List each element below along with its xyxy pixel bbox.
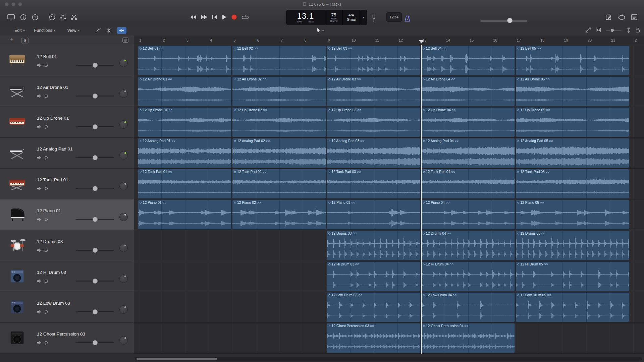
audio-region[interactable]: ◇12 Up Drone 01OO bbox=[138, 107, 231, 137]
track-mute-icon[interactable] bbox=[37, 247, 41, 253]
fit-horizontal-icon[interactable] bbox=[596, 28, 601, 34]
count-in-button[interactable]: 1234 bbox=[386, 12, 402, 22]
track-pan-knob[interactable] bbox=[119, 151, 128, 160]
volume-thumb[interactable] bbox=[93, 248, 98, 253]
horizontal-scrollbar[interactable] bbox=[135, 357, 642, 361]
volume-thumb[interactable] bbox=[93, 309, 98, 314]
tuner-button[interactable] bbox=[372, 13, 376, 23]
track-pan-knob[interactable] bbox=[119, 89, 128, 98]
audio-region[interactable]: ◇12 Analog Pad 04OO bbox=[421, 138, 515, 168]
audio-region[interactable]: ◇12 Ghost Percussion 03OO bbox=[327, 323, 420, 353]
audio-region[interactable]: ◇12 Air Drone 02OO bbox=[232, 76, 326, 106]
volume-thumb[interactable] bbox=[93, 63, 98, 68]
track-pan-knob[interactable] bbox=[119, 213, 128, 221]
track-loop-icon[interactable] bbox=[44, 93, 48, 99]
track-header[interactable]: 12 Tank Pad 01 bbox=[0, 169, 134, 199]
lcd-display[interactable]: 13.1 BAR BEAT 75 KEEP TEMPO 4/4 Gmaj ▾ bbox=[286, 10, 367, 25]
go-to-beginning-button[interactable] bbox=[212, 12, 217, 22]
track-loop-icon[interactable] bbox=[44, 247, 48, 253]
track-header[interactable]: 12 Hi Drum 03 bbox=[0, 261, 134, 292]
track-volume-slider[interactable] bbox=[75, 124, 114, 129]
lcd-options-chevron-icon[interactable]: ▾ bbox=[360, 10, 367, 25]
volume-thumb[interactable] bbox=[93, 340, 98, 345]
smart-controls-button[interactable] bbox=[49, 12, 55, 22]
cycle-button[interactable] bbox=[241, 12, 249, 22]
pointer-tool-selector[interactable]: ▾ bbox=[317, 27, 324, 34]
audio-region[interactable]: ◇12 Tank Pad 02OO bbox=[232, 169, 326, 199]
track-header[interactable]: 12 Bell 01 bbox=[0, 45, 134, 76]
view-menu[interactable]: View▾ bbox=[67, 28, 79, 33]
quick-help-button[interactable]: ? bbox=[32, 12, 38, 22]
audio-region[interactable]: ◇12 Piano 03OO bbox=[327, 200, 420, 230]
track-pan-knob[interactable] bbox=[119, 182, 128, 190]
track-volume-slider[interactable] bbox=[75, 94, 114, 99]
audio-region[interactable]: ◇12 Drums 05OO bbox=[516, 231, 629, 260]
track-volume-slider[interactable] bbox=[75, 248, 114, 253]
audio-region[interactable]: ◇12 Drums 04OO bbox=[421, 231, 515, 260]
audio-region[interactable]: ◇12 Bell 01OO bbox=[138, 46, 231, 75]
track-mute-icon[interactable] bbox=[37, 278, 41, 284]
forward-button[interactable] bbox=[201, 12, 208, 22]
audio-region[interactable]: ◇12 Air Drone 05OO bbox=[516, 76, 629, 106]
track-pan-knob[interactable] bbox=[119, 59, 128, 67]
audio-region[interactable]: ◇12 Tank Pad 03OO bbox=[327, 169, 420, 199]
audio-region[interactable]: ◇12 Analog Pad 02OO bbox=[232, 138, 326, 168]
audio-region[interactable]: ◇12 Hi Drum 03OO bbox=[327, 261, 420, 291]
audio-region[interactable]: ◇12 Piano 02OO bbox=[232, 200, 326, 230]
track-volume-slider[interactable] bbox=[75, 340, 114, 345]
audio-region[interactable]: ◇12 Analog Pad 03OO bbox=[327, 138, 420, 168]
track-header[interactable]: 12 Ghost Percussion 03 bbox=[0, 323, 134, 354]
track-loop-icon[interactable] bbox=[44, 186, 48, 192]
solo-mode-button[interactable]: S bbox=[21, 37, 29, 44]
track-header-options-icon[interactable] bbox=[122, 38, 128, 44]
close-button[interactable] bbox=[5, 2, 9, 6]
audio-region[interactable]: ◇12 Air Drone 01OO bbox=[138, 76, 231, 106]
track-header[interactable]: 12 Drums 03 bbox=[0, 230, 134, 261]
play-button[interactable] bbox=[222, 12, 227, 22]
audio-region[interactable]: ◇12 Up Drone 03OO bbox=[327, 107, 420, 137]
track-loop-icon[interactable] bbox=[44, 340, 48, 346]
track-loop-icon[interactable] bbox=[44, 62, 48, 68]
zoom-to-fit-icon[interactable] bbox=[586, 27, 591, 34]
track-pan-knob[interactable] bbox=[119, 120, 128, 129]
catch-playhead-button[interactable] bbox=[117, 27, 126, 34]
editors-button[interactable] bbox=[71, 12, 77, 22]
track-volume-slider[interactable] bbox=[75, 217, 114, 222]
master-volume-slider[interactable] bbox=[480, 19, 527, 22]
track-pan-knob[interactable] bbox=[119, 305, 128, 314]
audio-region[interactable]: ◇12 Analog Pad 05OO bbox=[516, 138, 629, 168]
track-header[interactable]: 12 Air Drone 01 bbox=[0, 76, 134, 107]
automation-icon[interactable] bbox=[96, 28, 101, 33]
audio-region[interactable]: ◇12 Tank Pad 05OO bbox=[516, 169, 629, 199]
edit-menu[interactable]: Edit▾ bbox=[14, 28, 25, 33]
functions-menu[interactable]: Functions▾ bbox=[34, 28, 55, 33]
track-mute-icon[interactable] bbox=[37, 186, 41, 192]
track-volume-slider[interactable] bbox=[75, 186, 114, 191]
audio-region[interactable]: ◇12 Piano 01OO bbox=[138, 200, 231, 230]
track-loop-icon[interactable] bbox=[44, 217, 48, 223]
note-pads-button[interactable] bbox=[606, 12, 612, 22]
audio-region[interactable]: ◇12 Bell 04OO bbox=[421, 46, 515, 75]
track-mute-icon[interactable] bbox=[37, 309, 41, 315]
volume-thumb[interactable] bbox=[93, 217, 98, 222]
inspector-button[interactable]: i bbox=[20, 12, 26, 22]
audio-region[interactable]: ◇12 Hi Drum 05OO bbox=[516, 261, 629, 291]
audio-region[interactable]: ◇12 Drums 03OO bbox=[327, 231, 420, 260]
track-loop-icon[interactable] bbox=[44, 155, 48, 161]
audio-region[interactable]: ◇12 Up Drone 05OO bbox=[516, 107, 629, 137]
volume-thumb[interactable] bbox=[93, 124, 98, 129]
bar-ruler[interactable]: 1234567891011121314151617181920212 bbox=[134, 36, 644, 45]
track-volume-slider[interactable] bbox=[75, 155, 114, 160]
audio-region[interactable]: ◇12 Tank Pad 01OO bbox=[138, 169, 231, 199]
audio-region[interactable]: ◇12 Piano 04OO bbox=[421, 200, 515, 230]
track-mute-icon[interactable] bbox=[37, 62, 41, 68]
audio-region[interactable]: ◇12 Piano 05OO bbox=[516, 200, 629, 230]
track-header[interactable]: 12 Low Drum 03 bbox=[0, 292, 134, 323]
metronome-button[interactable] bbox=[405, 13, 410, 23]
audio-region[interactable]: ◇12 Ghost Percussion 04OO bbox=[421, 323, 515, 353]
volume-thumb[interactable] bbox=[93, 155, 98, 160]
audio-region[interactable]: ◇12 Tank Pad 04OO bbox=[421, 169, 515, 199]
audio-region[interactable]: ◇12 Low Drum 04OO bbox=[421, 292, 515, 322]
track-loop-icon[interactable] bbox=[44, 309, 48, 315]
audio-region[interactable]: ◇12 Bell 03OO bbox=[327, 46, 420, 75]
